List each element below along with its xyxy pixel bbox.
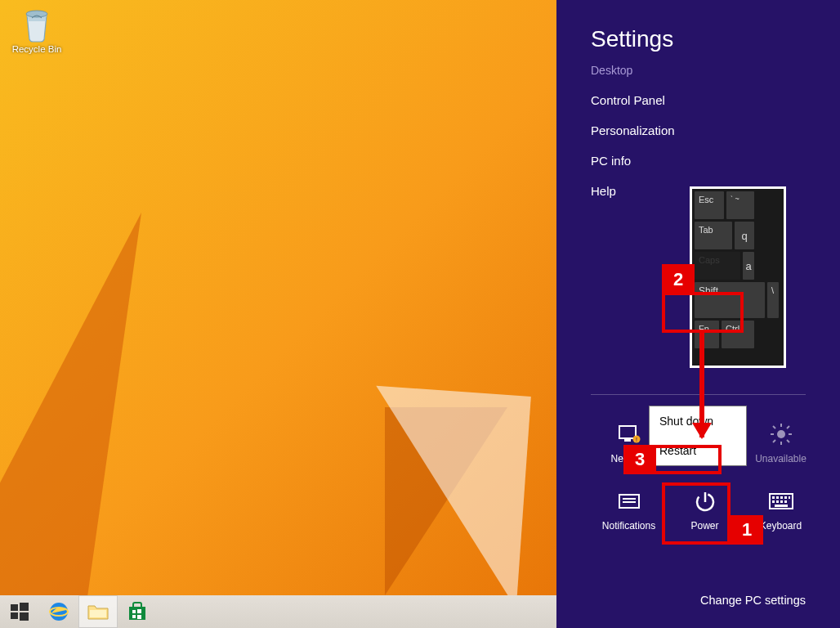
tile-brightness-label: Unavailable (755, 453, 806, 464)
taskbar (0, 595, 556, 628)
tile-notifications[interactable]: Notifications (591, 476, 667, 543)
ie-icon (47, 600, 70, 623)
wallpaper-shape (0, 213, 141, 597)
svg-line-23 (787, 440, 789, 442)
recycle-bin-icon[interactable]: Recycle Bin (11, 7, 62, 54)
notifications-icon (617, 491, 641, 511)
key-ctrl: Ctrl (722, 321, 754, 348)
svg-rect-32 (772, 496, 775, 499)
tile-notifications-label: Notifications (602, 520, 655, 532)
svg-rect-40 (784, 500, 787, 503)
key-caps: Caps (695, 252, 740, 280)
key-a: a (743, 252, 754, 280)
store-icon (127, 601, 148, 622)
link-personalization[interactable]: Personalization (591, 123, 840, 137)
svg-rect-34 (780, 496, 783, 499)
start-button[interactable] (0, 595, 39, 628)
key-esc: Esc (695, 191, 724, 219)
link-control-panel[interactable]: Control Panel (591, 93, 840, 107)
key-fn: Fn (695, 321, 719, 348)
svg-rect-9 (132, 610, 136, 613)
taskbar-explorer[interactable] (78, 595, 118, 628)
folder-icon (87, 602, 109, 621)
svg-rect-13 (619, 426, 636, 438)
svg-line-24 (787, 426, 789, 428)
divider (591, 394, 806, 395)
keyboard-graphic: Esc` ~ Tabq Capsa Shift\ FnCtrl (690, 186, 786, 368)
key-tab: Tab (695, 222, 732, 249)
svg-rect-12 (137, 615, 141, 619)
settings-links: Control Panel Personalization PC info He… (591, 93, 840, 198)
svg-rect-7 (90, 610, 106, 617)
tile-brightness[interactable]: Unavailable (743, 409, 819, 476)
svg-rect-36 (789, 496, 790, 499)
svg-rect-33 (776, 496, 779, 499)
link-pc-info[interactable]: PC info (591, 154, 840, 168)
brightness-icon (769, 422, 793, 446)
key-q: q (735, 222, 754, 249)
svg-point-0 (26, 11, 47, 17)
keyboard-icon (768, 492, 794, 510)
recycle-bin-label: Recycle Bin (12, 44, 62, 54)
svg-rect-41 (775, 505, 788, 507)
svg-rect-11 (132, 615, 136, 618)
svg-rect-10 (137, 609, 141, 613)
taskbar-store[interactable] (118, 595, 157, 628)
power-icon (693, 489, 717, 514)
wallpaper-shape (361, 386, 531, 609)
svg-rect-4 (20, 612, 29, 621)
settings-context: Desktop (591, 64, 840, 77)
tile-keyboard-label: Keyboard (760, 520, 802, 532)
svg-line-22 (773, 426, 775, 428)
change-pc-settings-link[interactable]: Change PC settings (700, 594, 806, 607)
svg-rect-14 (624, 438, 631, 442)
power-menu-shutdown[interactable]: Shut down (650, 406, 746, 436)
svg-point-17 (777, 430, 785, 438)
key-backslash: \ (767, 282, 779, 318)
svg-rect-38 (776, 500, 779, 503)
svg-rect-35 (784, 496, 787, 499)
svg-line-25 (773, 440, 775, 442)
svg-rect-1 (11, 604, 18, 611)
tile-power-label: Power (690, 520, 718, 532)
svg-rect-3 (11, 612, 18, 619)
svg-rect-37 (772, 500, 775, 503)
power-menu: Shut down Restart (649, 406, 747, 466)
tile-keyboard[interactable]: Keyboard (743, 476, 819, 543)
tile-power[interactable]: Power (667, 476, 743, 543)
svg-rect-39 (780, 500, 783, 503)
tile-network-label: Network (610, 453, 646, 464)
svg-rect-2 (20, 603, 29, 611)
svg-text:!: ! (636, 437, 637, 442)
power-menu-restart[interactable]: Restart (650, 436, 746, 465)
windows-icon (11, 603, 29, 621)
trash-icon (20, 7, 53, 43)
network-icon: ! (617, 424, 641, 445)
key-shift: Shift (695, 282, 765, 318)
desktop-wallpaper[interactable]: Recycle Bin (0, 0, 556, 595)
settings-title: Settings (591, 26, 840, 52)
taskbar-ie[interactable] (39, 595, 78, 628)
key-tilde: ` ~ (726, 191, 754, 219)
